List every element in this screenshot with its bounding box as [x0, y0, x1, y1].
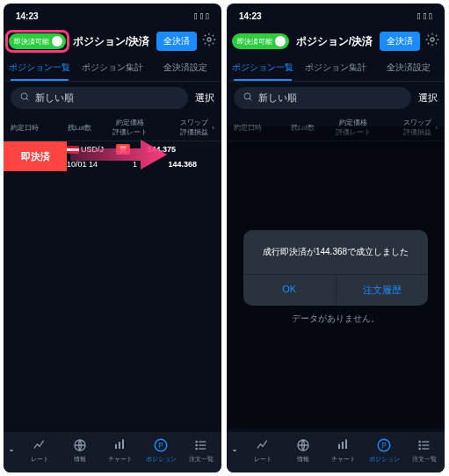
nav-position[interactable]: P ポジション	[141, 437, 181, 464]
nav-info[interactable]: 情報	[60, 437, 100, 464]
tab-positions[interactable]: ポジション一覧	[227, 54, 300, 81]
highlight-box	[5, 30, 69, 53]
tab-summary[interactable]: ポジション集計	[300, 54, 373, 81]
tab-settle-settings[interactable]: 全決済設定	[148, 54, 221, 81]
status-time: 14:23	[16, 11, 39, 21]
drawer-icon[interactable]	[4, 437, 19, 464]
side-badge: 買	[116, 144, 130, 155]
svg-line-17	[250, 98, 252, 101]
bottom-nav: レート 情報 チャート P ポジション 注文一覧	[227, 432, 445, 472]
instant-settle-toggle[interactable]: 即決済可能	[232, 33, 289, 49]
order-history-button[interactable]: 注文履歴	[337, 275, 429, 306]
nav-label: 注文一覧	[412, 455, 437, 464]
table-row[interactable]: 10/01 14 1 144.368	[67, 157, 221, 171]
tab-positions[interactable]: ポジション一覧	[4, 54, 76, 81]
svg-point-14	[196, 448, 197, 449]
search-icon	[19, 91, 30, 105]
table-row[interactable]: USD/J 買 144.375	[67, 141, 221, 157]
search-placeholder: 新しい順	[258, 91, 297, 105]
datetime-label: 10/01 14	[67, 160, 98, 169]
position-rows: USD/J 買 144.375 10/01 14 1 144.368	[67, 141, 221, 171]
svg-rect-6	[122, 439, 124, 449]
svg-rect-21	[345, 439, 347, 449]
ok-button[interactable]: OK	[243, 275, 337, 306]
nav-label: レート	[31, 455, 49, 464]
list-icon	[194, 437, 208, 453]
globe-icon	[73, 437, 87, 453]
nav-label: 情報	[74, 455, 86, 464]
signal-icon: 􀙇	[194, 11, 198, 21]
list-icon	[417, 437, 431, 453]
battery-icon: 􀛨	[429, 11, 432, 21]
nav-rate[interactable]: レート	[243, 437, 283, 464]
phone-right: 14:23 􀙇 􀙈 􀛨 即決済可能 ポジション/決済 全決済 ポジション一覧 ポ…	[227, 4, 445, 472]
nav-label: チャート	[331, 455, 356, 464]
instant-settle-toggle-wrap: 即決済可能	[9, 33, 66, 49]
header: 即決済可能 ポジション/決済 全決済	[4, 28, 221, 54]
svg-point-0	[207, 38, 211, 41]
svg-point-16	[244, 93, 250, 99]
svg-text:P: P	[158, 442, 163, 450]
svg-point-1	[21, 93, 27, 99]
pair-cell: USD/J	[67, 145, 111, 154]
rate-icon	[32, 437, 47, 453]
bottom-nav: レート 情報 チャート P ポジション 注文一覧	[4, 432, 221, 472]
wifi-icon: 􀙈	[200, 11, 204, 21]
gear-icon[interactable]	[202, 32, 216, 50]
toggle-knob	[275, 36, 286, 47]
nav-rate[interactable]: レート	[19, 437, 60, 464]
nav-chart[interactable]: チャート	[323, 437, 364, 464]
nav-label: チャート	[108, 455, 133, 464]
svg-point-15	[431, 38, 434, 41]
flag-icon	[67, 146, 79, 154]
search-icon	[243, 91, 253, 105]
toggle-label: 即決済可能	[237, 37, 272, 47]
th-rate: 約定価格 評価レート	[91, 118, 168, 137]
svg-rect-20	[342, 442, 344, 449]
select-button[interactable]: 選択	[418, 91, 438, 105]
settle-all-button[interactable]: 全決済	[156, 32, 197, 51]
tab-settle-settings[interactable]: 全決済設定	[372, 54, 445, 81]
drawer-icon[interactable]	[227, 437, 243, 464]
lot-cell: 1	[111, 160, 137, 169]
search-row: 新しい順 選択	[4, 82, 221, 114]
nav-orders[interactable]: 注文一覧	[404, 437, 445, 464]
tab-summary[interactable]: ポジション集計	[76, 54, 149, 81]
instant-settle-swipe-button[interactable]: 即決済	[4, 141, 67, 171]
nav-position[interactable]: P ポジション	[364, 437, 404, 464]
battery-icon: 􀛨	[206, 11, 209, 21]
search-box[interactable]: 新しい順	[234, 87, 411, 109]
svg-point-29	[419, 448, 420, 449]
nav-label: ポジション	[369, 455, 400, 464]
statusbar: 14:23 􀙇 􀙈 􀛨	[227, 4, 445, 28]
nav-label: レート	[254, 455, 272, 464]
svg-text:P: P	[381, 442, 387, 450]
modal-backdrop: 成行即決済が144.368で成立しました OK 注文履歴 データがありません。	[227, 126, 445, 429]
nav-label: 注文一覧	[189, 455, 214, 464]
datetime-cell: 10/01 14	[67, 160, 111, 169]
svg-point-28	[419, 444, 420, 445]
gear-icon[interactable]	[425, 32, 439, 50]
search-box[interactable]: 新しい順	[11, 87, 188, 109]
search-placeholder: 新しい順	[35, 91, 74, 105]
signal-icon: 􀙇	[417, 11, 421, 21]
rate-icon	[255, 437, 271, 453]
settle-all-button[interactable]: 全決済	[380, 32, 420, 51]
page-title: ポジション/決済	[71, 34, 151, 49]
nav-label: ポジション	[146, 455, 177, 464]
select-button[interactable]: 選択	[195, 91, 214, 105]
modal-message: 成行即決済が144.368で成立しました	[243, 230, 428, 274]
position-icon: P	[153, 437, 169, 453]
status-icons: 􀙇 􀙈 􀛨	[194, 11, 209, 21]
nav-info[interactable]: 情報	[283, 437, 323, 464]
nav-orders[interactable]: 注文一覧	[181, 437, 221, 464]
tabs: ポジション一覧 ポジション集計 全決済設定	[227, 54, 445, 82]
svg-rect-5	[119, 442, 120, 449]
th-datetime: 約定日時	[11, 123, 54, 133]
chevron-right-icon: ›	[212, 124, 214, 132]
nav-chart[interactable]: チャート	[100, 437, 141, 464]
table-header: 約定日時 残Lot数 約定価格 評価レート スワップ 評価損益 ›	[4, 114, 221, 141]
no-data-label: データがありません。	[292, 313, 380, 325]
svg-rect-19	[338, 444, 340, 449]
tabs: ポジション一覧 ポジション集計 全決済設定	[4, 54, 221, 82]
